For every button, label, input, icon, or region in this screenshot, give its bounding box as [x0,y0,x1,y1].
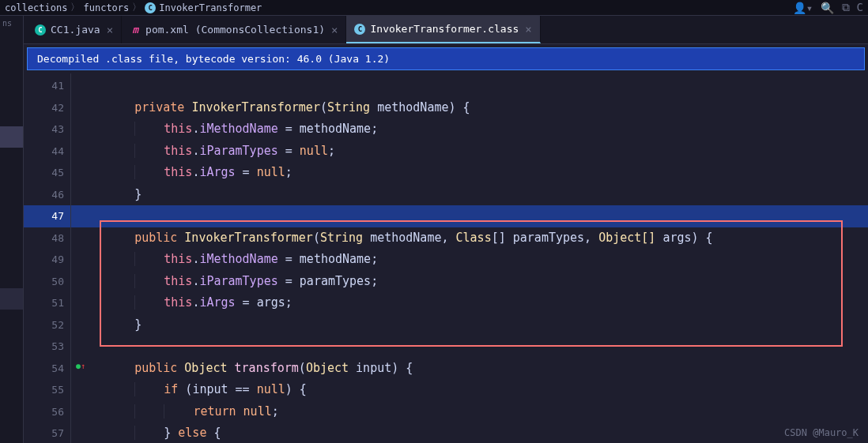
crumb-functors[interactable]: functors [83,2,129,13]
line-number[interactable]: 54 [24,358,70,380]
java-class-icon: C [35,24,46,36]
class-icon: C [145,2,156,13]
search-icon[interactable]: 🔍 [821,2,834,14]
tab-label: InvokerTransformer.class [370,23,519,35]
editor-tabs: C CC1.java × m pom.xml (CommonsCollectio… [24,16,868,44]
code-area[interactable]: private InvokerTransformer(String method… [103,73,868,443]
tab-cc1-java[interactable]: C CC1.java × [27,16,122,43]
close-icon[interactable]: × [107,24,113,36]
code-editor[interactable]: 41 42 43 44 45 46 47 48 49 50 51 52 53 5… [24,73,868,443]
breadcrumb[interactable]: collections 〉 functors 〉 C InvokerTransf… [5,1,262,14]
maven-icon: m [130,24,141,36]
line-number[interactable]: 53 [24,336,70,358]
line-number[interactable]: 52 [24,314,70,336]
line-number[interactable]: 50 [24,271,70,293]
line-number[interactable]: 44 [24,141,70,163]
sidebar-label: ns [2,19,12,28]
crumb-collections[interactable]: collections [5,2,67,13]
line-number[interactable]: 46 [24,184,70,206]
line-number[interactable]: 49 [24,249,70,271]
line-number-gutter[interactable]: 41 42 43 44 45 46 47 48 49 50 51 52 53 5… [24,73,71,443]
close-icon[interactable]: × [331,24,338,36]
watermark: CSDN @Mauro_K [784,427,859,438]
tab-label: pom.xml (CommonsCollections1) [145,24,325,36]
tab-pom-xml[interactable]: m pom.xml (CommonsCollections1) × [122,16,346,43]
class-icon: C [354,24,365,35]
tab-invoker-class[interactable]: C InvokerTransformer.class × [346,16,540,43]
line-number[interactable]: 45 [24,162,70,184]
line-number[interactable]: 51 [24,292,70,314]
line-number[interactable]: 48 [24,227,70,250]
tab-label: CC1.java [51,24,100,36]
gutter-marker-icon[interactable]: ●↑ [76,362,85,370]
panel-icon[interactable]: ⧉ C [842,1,863,14]
left-sidebar[interactable]: ns [0,16,24,443]
chevron-right-icon: 〉 [70,1,80,14]
line-number[interactable]: 42 [24,97,70,119]
crumb-class-name[interactable]: InvokerTransformer [159,2,262,13]
line-number[interactable]: 56 [24,401,70,423]
decompile-banner: Decompiled .class file, bytecode version… [27,47,865,70]
close-icon[interactable]: × [525,23,531,36]
line-number[interactable]: 55 [24,379,70,401]
user-icon[interactable]: 👤▾ [793,2,813,14]
marker-column: ●↑ [71,73,103,443]
chevron-right-icon: 〉 [132,1,142,14]
line-number-current[interactable]: 47 [24,205,70,227]
line-number[interactable]: 57 [24,422,70,443]
line-number[interactable]: 41 [24,75,70,97]
line-number[interactable]: 43 [24,118,70,141]
